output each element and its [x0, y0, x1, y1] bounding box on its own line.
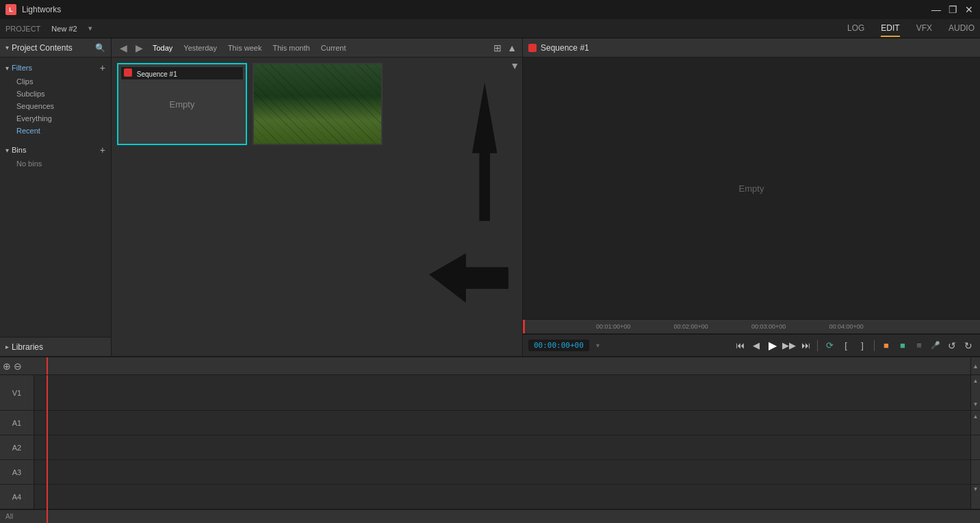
filter-everything[interactable]: Everything	[0, 112, 111, 125]
bottom-timeline: ⊕ ⊖ 00:00:00+00 00:00:20+00 00:00:40+00 …	[0, 356, 980, 523]
right-panel: Sequence #1 Empty 00:01:00+00 00:02:00+0…	[523, 38, 980, 356]
track-a1-scroll-up[interactable]: ▲	[971, 413, 980, 420]
track-a2-content[interactable]	[34, 435, 970, 459]
scroll-indicator-right: ▼	[510, 60, 519, 71]
bins-header[interactable]: ▾ Bins +	[0, 142, 111, 157]
timeline-scroll-up-icon[interactable]: ▲	[972, 363, 979, 370]
preview-red-dot	[528, 44, 537, 52]
go-to-start-button[interactable]: ⏮	[734, 340, 746, 352]
tab-log[interactable]: LOG	[847, 21, 864, 37]
no-bins-label: No bins	[0, 157, 111, 170]
menubar: PROJECT New #2 ▾ LOG EDIT VFX AUDIO	[0, 19, 980, 38]
clip-video1[interactable]: 1 minute relaxing video with nature - A …	[253, 63, 383, 145]
redo-button[interactable]: ↻	[962, 340, 975, 352]
tab-edit[interactable]: EDIT	[881, 21, 899, 37]
track-a3-content[interactable]	[34, 460, 970, 484]
tab-vfx[interactable]: VFX	[916, 21, 932, 37]
filter-subclips[interactable]: Subclips	[0, 88, 111, 100]
play-button[interactable]: ▶	[766, 340, 779, 352]
tab-audio[interactable]: AUDIO	[949, 21, 975, 37]
date-filter-current[interactable]: Current	[317, 42, 350, 53]
nav-back-button[interactable]: ◀	[117, 41, 130, 55]
track-v1-scroll-up[interactable]: ▲	[973, 378, 979, 384]
project-contents-collapse-icon[interactable]: ▾	[5, 44, 9, 51]
filters-label: Filters	[12, 64, 100, 72]
color-button1[interactable]: ■	[880, 340, 892, 352]
filter-sequences[interactable]: Sequences	[0, 100, 111, 112]
track-area: V1 ▲ ▼ A1 ▲ A2 A3	[0, 375, 980, 523]
preview-header: Sequence #1	[523, 38, 980, 58]
track-v1-label: V1	[0, 375, 34, 410]
project-contents-header: ▾ Project Contents 🔍	[0, 38, 111, 58]
date-filter-thismonth[interactable]: This month	[268, 42, 313, 53]
nav-forward-button[interactable]: ▶	[133, 41, 146, 55]
track-a4-row: A4 ▼	[0, 485, 980, 509]
add-bin-button[interactable]: +	[100, 144, 105, 155]
app-title: Lightworks	[22, 5, 61, 14]
close-button[interactable]: ✕	[964, 4, 975, 15]
track-a2-label: A2	[0, 435, 34, 459]
track-a4-scroll-down[interactable]: ▼	[971, 486, 980, 492]
step-back-button[interactable]: ◀	[750, 340, 762, 352]
filter-clips[interactable]: Clips	[0, 75, 111, 88]
date-filter-today[interactable]: Today	[149, 42, 177, 53]
libraries-collapse-icon: ▸	[5, 343, 9, 350]
titlebar-controls[interactable]: — ❐ ✕	[931, 4, 975, 15]
track-v1-scroll: ▲ ▼	[970, 375, 980, 410]
control-separator1	[817, 340, 818, 351]
project-name-dropdown[interactable]: New #2	[51, 25, 77, 33]
track-v1-row: V1 ▲ ▼	[0, 375, 980, 411]
timeline-scroll-right: ▲	[970, 357, 980, 374]
libraries-footer[interactable]: ▸ Libraries	[0, 337, 111, 356]
clip-sequence1-label: Sequence #1	[121, 67, 243, 79]
timecode-display[interactable]: 00:00:00+00	[528, 340, 589, 351]
grid-view-button[interactable]: ⊞	[493, 42, 502, 53]
undo-button[interactable]: ↺	[946, 340, 958, 352]
track-a1-row: A1 ▲	[0, 411, 980, 435]
date-filter-yesterday[interactable]: Yesterday	[179, 42, 221, 53]
zoom-in-button[interactable]: ⊕	[3, 361, 11, 372]
clip-sequence1[interactable]: Sequence #1 Empty	[117, 63, 247, 145]
libraries-label: Libraries	[12, 342, 43, 352]
filters-header[interactable]: ▾ Filters +	[0, 60, 111, 75]
preview-playhead	[523, 320, 525, 333]
track-a2-row: A2	[0, 435, 980, 460]
main-area: ▾ Project Contents 🔍 ▾ Filters + Clips S…	[0, 38, 980, 356]
track-a3-row: A3	[0, 460, 980, 485]
track-a3-label: A3	[0, 460, 34, 484]
titlebar-left: L Lightworks	[5, 4, 61, 15]
timecode-dropdown[interactable]: ▾	[596, 342, 599, 349]
date-filter-thisweek[interactable]: This week	[224, 42, 266, 53]
track-a4-content[interactable]	[34, 485, 970, 509]
project-dropdown-arrow[interactable]: ▾	[88, 24, 92, 33]
filter-recent[interactable]: Recent	[0, 125, 111, 137]
track-v1-scroll-down[interactable]: ▼	[973, 401, 979, 407]
filters-section: ▾ Filters + Clips Subclips Sequences Eve…	[0, 58, 111, 140]
content-toolbar: ◀ ▶ Today Yesterday This week This month…	[112, 38, 522, 58]
restore-button[interactable]: ❐	[947, 4, 958, 15]
app-logo: L	[5, 4, 16, 15]
preview-ruler-mark1: 00:01:00+00	[596, 323, 630, 330]
go-to-end-button[interactable]: ⏭	[799, 340, 812, 352]
loop-button[interactable]: ⟳	[823, 340, 836, 352]
step-forward-button[interactable]: ▶▶	[783, 340, 795, 352]
track-a1-label: A1	[0, 411, 34, 435]
color-button2[interactable]: ■	[897, 340, 909, 352]
search-button[interactable]: 🔍	[95, 43, 105, 53]
track-v1-content[interactable]	[34, 375, 970, 410]
bins-collapse-icon: ▾	[5, 146, 9, 154]
mark-out-button[interactable]: ]	[856, 340, 868, 352]
add-filter-button[interactable]: +	[100, 62, 105, 73]
track-a1-content[interactable]	[34, 411, 970, 435]
preview-ruler-mark3: 00:03:00+00	[751, 323, 786, 330]
bins-section: ▾ Bins + No bins	[0, 140, 111, 173]
color-button3[interactable]: ≡	[913, 340, 925, 352]
svg-marker-1	[430, 254, 508, 301]
mic-button[interactable]: 🎤	[929, 340, 942, 352]
preview-empty-label: Empty	[739, 183, 764, 194]
preview-area: Empty	[523, 58, 980, 319]
minimize-button[interactable]: —	[931, 4, 942, 15]
mark-in-button[interactable]: [	[840, 340, 852, 352]
scroll-up-button[interactable]: ▲	[507, 42, 517, 53]
zoom-out-button[interactable]: ⊖	[14, 361, 22, 372]
